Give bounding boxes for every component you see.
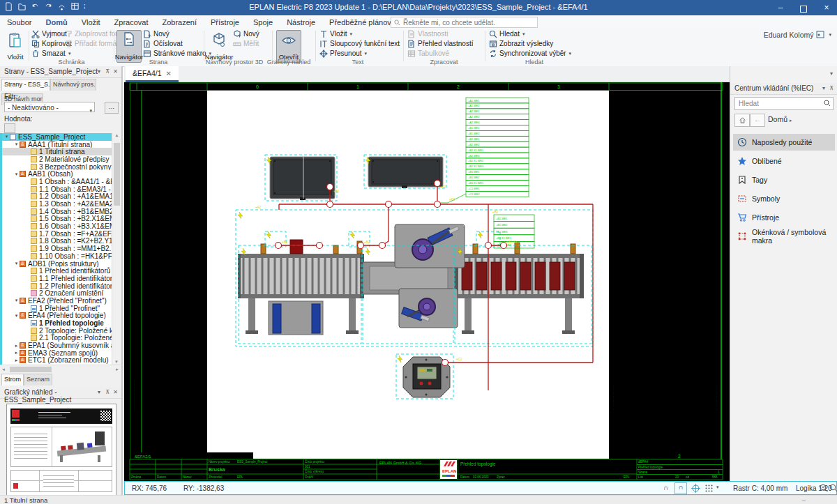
- tree-item[interactable]: 1.3 Obsah : +A2&EMA2/7.1 - +B1&: [2, 200, 114, 208]
- tree-item[interactable]: 2 Materiálové předpisy: [2, 155, 114, 163]
- pin-icon[interactable]: ⊼: [105, 389, 110, 395]
- tab-zpracovat[interactable]: Zpracovat: [107, 16, 156, 29]
- tree-horizontal-scrollbar[interactable]: ◄►: [0, 365, 121, 374]
- tree-item[interactable]: ▾ ADB1 (Popis struktury): [2, 260, 114, 268]
- tree-item[interactable]: 1 Přehled identifikátorů struktury: [2, 267, 114, 275]
- item-tagy[interactable]: Tagy: [733, 171, 835, 188]
- open-preview-button[interactable]: Otevřít: [276, 30, 301, 63]
- paste-button[interactable]: Vložit: [3, 30, 28, 63]
- scrollbar-thumb[interactable]: [10, 367, 52, 372]
- tree-item[interactable]: 1.4 Obsah : +B1&EMB2/1 - +B2.X1: [2, 208, 114, 215]
- tree-item[interactable]: 1.1 Přehled identifikátorů struktury: [2, 275, 114, 282]
- tree-item[interactable]: 1.7 Obsah : =F+A2&EFA1/6 - =K2+: [2, 230, 114, 238]
- tab-strom[interactable]: Strom: [1, 374, 24, 385]
- tree-item[interactable]: 1 Titulní strana: [2, 148, 114, 155]
- arc-snap-icon[interactable]: ∩: [674, 482, 687, 494]
- show-results-button[interactable]: Zobrazit výsledky: [489, 39, 571, 48]
- home-button[interactable]: [734, 114, 750, 127]
- page-number-button[interactable]: Očíslovat: [143, 39, 211, 48]
- sync-selection-button[interactable]: Synchronizovat výběr▾: [489, 49, 571, 58]
- page-new-button[interactable]: Nový: [143, 29, 211, 38]
- tree-expander-icon[interactable]: ▾: [13, 171, 20, 177]
- close-tab-icon[interactable]: ✕: [166, 70, 172, 77]
- grid-chevron-icon[interactable]: ▾: [716, 484, 719, 490]
- tree-item[interactable]: 1.5 Obsah : +B2.X1&EMA2/2.1 - +: [2, 215, 114, 223]
- back-button[interactable]: ←: [750, 114, 765, 127]
- crosshair-icon[interactable]: [691, 484, 700, 493]
- tree-item[interactable]: ▾ EFA4 (Přehled topologie): [2, 312, 114, 320]
- find-button[interactable]: Hledat▾: [489, 29, 571, 38]
- filter-more-button[interactable]: ...: [105, 102, 119, 114]
- breadcrumb[interactable]: Domů ▸: [768, 115, 792, 123]
- tree-item[interactable]: ▾ ESS_Sample_Project: [2, 133, 114, 141]
- properties-button[interactable]: Vlastnosti: [407, 29, 474, 38]
- tab-navrhovy-prostor[interactable]: Návrhový pros...: [50, 79, 96, 91]
- tree-item[interactable]: 1 Přehled topologie: [2, 319, 114, 327]
- table-edit-button[interactable]: Tabulkové: [407, 49, 474, 58]
- arc-mode-icon[interactable]: ∩: [663, 484, 668, 491]
- tree-item[interactable]: 3 Bezpečnostní pokyny: [2, 163, 114, 171]
- pin-icon[interactable]: ⊼: [829, 85, 834, 91]
- tree-item[interactable]: ▾ EFA2 (Přehled "Profinet"): [2, 297, 114, 305]
- panel-menu-icon[interactable]: ▾: [98, 389, 100, 395]
- tree-item[interactable]: ▸ ETC1 (Zobrazení modelu): [2, 357, 114, 365]
- tab-pristroje[interactable]: Přístroje: [204, 16, 246, 29]
- item-pristroje[interactable]: Přístroje: [733, 209, 835, 226]
- page-navigator-button[interactable]: Navigátor: [116, 30, 142, 63]
- close-icon[interactable]: ✕: [113, 389, 118, 395]
- tree-item[interactable]: 1.10 Obsah : =HK1&PFB/14 - =HK: [2, 252, 114, 260]
- tree-expander-icon[interactable]: ▾: [13, 261, 20, 266]
- close-icon[interactable]: ✕: [113, 68, 118, 75]
- tree-item[interactable]: ▾ AAA1 (Titulní strana): [2, 141, 114, 148]
- collapse-icon[interactable]: –: [802, 496, 806, 504]
- pin-icon[interactable]: ⊼: [105, 68, 110, 75]
- tree-item[interactable]: 1.8 Obsah : =K2+B2.Y1&MFS11/7: [2, 238, 114, 245]
- tab-spoje[interactable]: Spoje: [246, 16, 280, 29]
- zoom-in-icon[interactable]: [829, 484, 837, 493]
- restore-button[interactable]: [793, 0, 814, 15]
- text-insert-button[interactable]: Vložit▾: [319, 29, 400, 38]
- panel-menu-icon[interactable]: ▾: [822, 85, 825, 91]
- tree-item[interactable]: ▾ AAB1 (Obsah): [2, 170, 114, 178]
- tree-item[interactable]: 1.1 Obsah : &EMA3/1 - +A1&EMB: [2, 185, 114, 193]
- tree-expander-icon[interactable]: ▾: [13, 298, 20, 303]
- tree-item[interactable]: 1.2 Obsah : +A1&EMA1/1 - +A2&: [2, 193, 114, 201]
- panel-menu-icon[interactable]: ▾: [98, 68, 100, 75]
- tree-item[interactable]: 1.9 Obsah : =MM1+B2.Y1&MFS11: [2, 245, 114, 252]
- tree-item[interactable]: ▸ EPA1 (Souhrnný kusovník artiklů): [2, 342, 114, 349]
- tree-item[interactable]: 2.1 Topologie: Položené kabely/sp: [2, 335, 114, 342]
- user-chip[interactable]: Eduard Kolomý ▾: [764, 31, 831, 39]
- delete-button[interactable]: Smazat▾: [31, 49, 72, 58]
- drawing-canvas[interactable]: 0 1 2 3 · ···· ··· ····· ··· ·· ······ ·…: [124, 82, 730, 481]
- autohide-chevron-icon[interactable]: ▾: [830, 70, 833, 77]
- tree-expander-icon[interactable]: ▸: [13, 350, 20, 356]
- tree-expander-icon[interactable]: ▾: [3, 134, 10, 139]
- scrollbar-thumb[interactable]: [114, 143, 120, 206]
- column-function-text-button[interactable]: Sloupcový funkční text: [319, 39, 400, 48]
- minimize-button[interactable]: –: [770, 0, 791, 15]
- tab-seznam[interactable]: Seznam: [24, 374, 52, 385]
- measure-button[interactable]: Měřit: [233, 39, 259, 48]
- tree-expander-icon[interactable]: ▾: [13, 313, 20, 319]
- tree-item[interactable]: 2 Označení umístění: [2, 289, 114, 297]
- item-okenkova-makra[interactable]: Okénková / symbolová makra: [733, 228, 835, 245]
- move-button[interactable]: Přesunout▾: [319, 49, 400, 58]
- tree-vertical-scrollbar[interactable]: ▲▼: [112, 133, 121, 365]
- search-icon[interactable]: [824, 100, 831, 107]
- space3d-navigator-button[interactable]: Navigátor: [206, 30, 232, 63]
- page-macro-button[interactable]: Stránkové makro▾: [143, 49, 211, 58]
- tree-item[interactable]: 2 Topologie: Položené kabely/spoj: [2, 327, 114, 335]
- tree-item[interactable]: 1.2 Přehled identifikátorů struktury: [2, 282, 114, 290]
- space3d-new-button[interactable]: Nový: [233, 29, 259, 38]
- tab-nastroje[interactable]: Nástroje: [280, 16, 322, 29]
- tree-item[interactable]: 1 Přehled "Profinet": [2, 305, 114, 312]
- zoom-out-icon[interactable]: [820, 484, 829, 493]
- tree-expander-icon[interactable]: ▾: [13, 142, 20, 147]
- tree-expander-icon[interactable]: ▸: [13, 343, 20, 349]
- tab-strany[interactable]: Strany - ESS_S...: [1, 79, 50, 91]
- search-input[interactable]: Hledat: [739, 100, 759, 107]
- item-oblibene[interactable]: Oblíbené: [733, 153, 835, 169]
- tree-item[interactable]: 1.6 Obsah : +B3.X1&EMA2/1 - =F+: [2, 222, 114, 230]
- item-symboly[interactable]: Symboly: [733, 190, 835, 207]
- value-input[interactable]: [4, 123, 15, 133]
